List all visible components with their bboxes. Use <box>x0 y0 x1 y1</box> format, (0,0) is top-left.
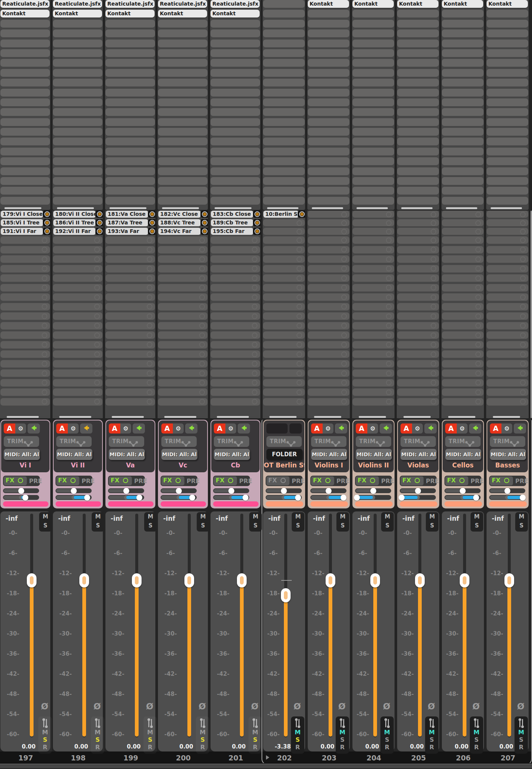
track-name[interactable]: Cb <box>211 461 260 469</box>
fader-knob[interactable] <box>326 573 335 587</box>
send-slot-empty[interactable] <box>308 236 349 244</box>
send-slot-empty[interactable] <box>487 211 528 218</box>
fx-slot-empty[interactable] <box>105 118 155 126</box>
send-slot-empty[interactable] <box>210 312 260 320</box>
fx-slot-empty[interactable] <box>487 157 528 165</box>
send-slot-empty[interactable] <box>487 228 528 235</box>
send-name[interactable]: 195:Cb Far <box>211 228 253 235</box>
volume-value[interactable]: -3.38 <box>267 743 298 750</box>
send-slot-empty[interactable] <box>308 211 349 218</box>
mute-button-small[interactable]: M <box>248 729 262 736</box>
fx-slot-empty[interactable] <box>0 40 50 47</box>
fx-slot-empty[interactable] <box>352 98 394 106</box>
record-monitor-speaker-icon[interactable] <box>424 423 437 434</box>
trim-envelope-button[interactable]: TRIM <box>109 436 144 447</box>
send-slot-empty[interactable] <box>158 388 208 396</box>
send-slot-empty[interactable] <box>397 274 439 282</box>
fx-slot-empty[interactable] <box>0 187 50 195</box>
send-slot-empty[interactable] <box>105 331 155 339</box>
io-routing-icon[interactable] <box>425 718 438 729</box>
send-slot-empty[interactable] <box>397 293 439 301</box>
fx-slot-empty[interactable] <box>352 128 394 136</box>
fx-slot-empty[interactable] <box>487 40 528 47</box>
fx-slot-empty[interactable] <box>308 98 349 106</box>
send-slot-empty[interactable] <box>158 293 208 301</box>
send-slot-empty[interactable] <box>308 331 349 339</box>
fx-slot-empty[interactable] <box>158 128 208 136</box>
fx-slot-empty[interactable] <box>53 157 102 165</box>
fx-slot-empty[interactable] <box>308 49 349 57</box>
fx-slot-empty[interactable] <box>397 98 439 106</box>
send-list-scrollbar[interactable] <box>493 416 520 418</box>
fx-slot-empty[interactable] <box>0 69 50 77</box>
send-slot-empty[interactable] <box>105 284 155 291</box>
fx-slot-empty[interactable] <box>442 108 484 116</box>
send-name[interactable]: 180:Vi II Close <box>53 211 96 218</box>
fx-slot-empty[interactable] <box>210 49 260 57</box>
empty-button-slot[interactable] <box>266 423 288 434</box>
send-slot-empty[interactable] <box>263 293 305 301</box>
pan-knob[interactable] <box>326 488 332 494</box>
send-slot-empty[interactable] <box>352 255 394 263</box>
trim-envelope-button[interactable]: TRIM <box>400 436 436 447</box>
midi-input-button[interactable]: MIDI: All: Al <box>311 449 347 460</box>
fx-slot-empty[interactable] <box>263 108 305 116</box>
fx-slot-empty[interactable] <box>442 10 484 18</box>
send-slot-empty[interactable] <box>0 312 50 320</box>
solo-button[interactable]: S <box>197 521 209 530</box>
send-slot-empty[interactable] <box>105 293 155 301</box>
mute-button-small[interactable]: M <box>380 729 394 736</box>
fx-slot-empty[interactable] <box>487 128 528 136</box>
send-slot-empty[interactable] <box>105 246 155 253</box>
fx-slot-empty[interactable] <box>487 138 528 145</box>
send-slot-empty[interactable] <box>397 284 439 291</box>
fx-slot-empty[interactable] <box>105 98 155 106</box>
fx-button[interactable]: FX <box>402 477 411 484</box>
fx-button[interactable]: FX <box>58 477 67 484</box>
fx-slot-empty[interactable] <box>0 59 50 67</box>
fx-slot-empty[interactable] <box>352 89 394 97</box>
send-slot-empty[interactable] <box>352 379 394 387</box>
send-slot-empty[interactable] <box>210 379 260 387</box>
gear-icon[interactable]: ⚙ <box>173 423 184 434</box>
track-name[interactable]: Violas <box>398 461 438 469</box>
send-slot-empty[interactable] <box>53 246 102 253</box>
midi-input-button[interactable]: MIDI: All: Al <box>161 449 197 460</box>
mute-button[interactable]: M <box>292 512 304 521</box>
fx-slot-empty[interactable] <box>397 29 439 37</box>
send-slot-empty[interactable] <box>263 219 305 226</box>
pre-fader-button[interactable]: PRE <box>336 478 349 485</box>
send-slot-empty[interactable] <box>53 284 102 291</box>
send-pan-knob[interactable] <box>148 228 155 235</box>
fx-slot-empty[interactable] <box>487 98 528 106</box>
pan-slider[interactable] <box>310 488 346 493</box>
fx-slot-empty[interactable] <box>263 10 305 18</box>
width-knob[interactable] <box>399 495 405 501</box>
fx-slot-empty[interactable] <box>263 20 305 28</box>
fx-slot-empty[interactable] <box>158 98 208 106</box>
send-pan-knob[interactable] <box>95 228 103 235</box>
phase-invert-button[interactable]: Ø <box>338 702 346 711</box>
fx-slot-empty[interactable] <box>263 157 305 165</box>
fx-slot-empty[interactable] <box>308 108 349 116</box>
fx-slot-empty[interactable] <box>53 118 102 126</box>
width-slider[interactable] <box>213 495 249 500</box>
send-slot-empty[interactable] <box>0 246 50 253</box>
fx-slot-empty[interactable] <box>263 29 305 37</box>
fx-slot-empty[interactable] <box>210 79 260 86</box>
fx-slot-empty[interactable] <box>53 20 102 28</box>
send-slot-empty[interactable] <box>487 293 528 301</box>
fx-slot-empty[interactable] <box>105 29 155 37</box>
fx-slot-empty[interactable] <box>352 108 394 116</box>
fx-slot-empty[interactable] <box>0 49 50 57</box>
fx-slot-empty[interactable] <box>397 128 439 136</box>
midi-input-button[interactable]: MIDI: All: Al <box>4 449 40 460</box>
width-slider[interactable] <box>355 495 391 500</box>
trim-envelope-button[interactable]: TRIM <box>161 436 197 447</box>
send-slot-empty[interactable] <box>210 246 260 253</box>
send-slot-empty[interactable] <box>158 379 208 387</box>
fx-slot-empty[interactable] <box>0 157 50 165</box>
send-slot-empty[interactable] <box>397 322 439 330</box>
folder-button[interactable]: FOLDER <box>266 449 303 460</box>
width-slider[interactable] <box>108 495 144 500</box>
